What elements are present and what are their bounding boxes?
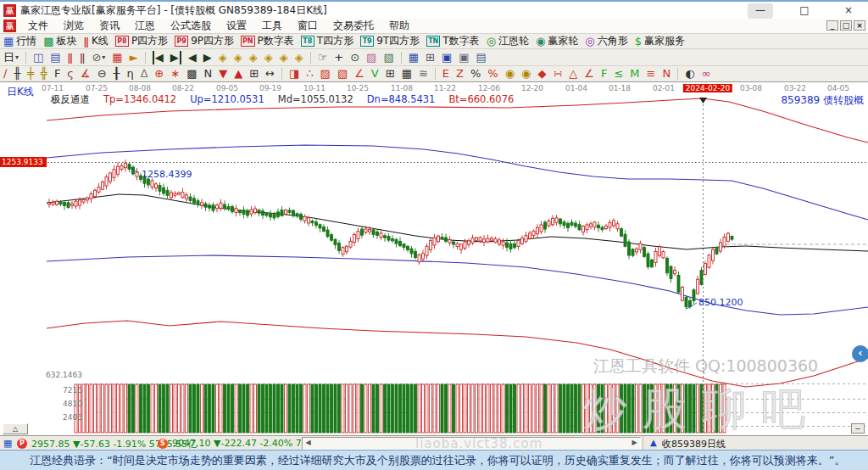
gann-diamond-4[interactable]: ◈ (261, 51, 276, 64)
last-bar-button[interactable]: ▶ (167, 51, 185, 64)
flag-icon[interactable]: ► (126, 51, 142, 64)
shade-tool[interactable]: ▨ (317, 67, 334, 81)
grid-cross-tool[interactable]: ⊞ (246, 67, 262, 81)
gann-wheel-button[interactable]: ◎江恩轮 (483, 34, 532, 48)
gann-diamond-1[interactable]: ◈ (215, 51, 231, 64)
menu-4[interactable]: 公式选股 (163, 19, 219, 33)
grid-box-tool[interactable]: ▩ (183, 67, 200, 81)
box-red-tool[interactable]: ◨ (286, 67, 303, 81)
angle-red-tool[interactable]: ∠ (581, 67, 598, 81)
red-grid-icon[interactable]: ▦ (108, 51, 125, 64)
menu-9[interactable]: 帮助 (381, 19, 417, 33)
minimize-button[interactable]: — (748, 3, 773, 19)
menu-8[interactable]: 交易委托 (326, 19, 381, 33)
le-green-tool[interactable]: ≤ (610, 67, 626, 81)
restore-button[interactable]: □ (792, 3, 817, 19)
trend-angle-tool[interactable]: ∠ (351, 67, 368, 81)
p-square-button[interactable]: P8P四方形 (112, 34, 171, 48)
top-mark-tool[interactable]: △ (565, 67, 581, 81)
menu-3[interactable]: 江恩 (127, 19, 163, 33)
first-bar-button[interactable]: ◀ (149, 51, 167, 64)
next-bar-button[interactable]: ▶ (200, 51, 215, 64)
tick-ruler-tool[interactable]: ╫ (10, 67, 24, 81)
calculator-icon[interactable]: ⊞ (422, 51, 438, 64)
child-restore-button[interactable]: □ (840, 20, 852, 31)
grid-t2-tool[interactable]: ▦ (398, 67, 415, 81)
stamp-tool[interactable]: ▧ (380, 51, 397, 64)
gann-diamond-6[interactable]: ◈ (292, 51, 307, 64)
t-square-button[interactable]: T8T四方形 (298, 34, 357, 48)
kline-style2-icon[interactable]: ǁ (76, 51, 88, 64)
calendar-icon[interactable]: ▦ (405, 51, 422, 64)
p9-square-button[interactable]: P99P四方形 (171, 34, 237, 48)
cycle-dropdown[interactable]: ⊘▾ (88, 51, 108, 64)
menu-0[interactable]: 文件 (20, 19, 56, 33)
hexagon-button[interactable]: ◎六角形 (581, 34, 631, 48)
grid-t-tool[interactable]: ⊞ (382, 67, 398, 81)
waves-tool[interactable]: ≋ (415, 67, 431, 81)
menu-1[interactable]: 浏览 (56, 19, 92, 33)
winner-wheel-button[interactable]: ◉赢家轮 (532, 34, 581, 48)
z-ratio-tool[interactable]: Z (453, 67, 467, 81)
crosshair-tool[interactable]: + (331, 51, 347, 64)
print-icon[interactable]: ▤ (473, 51, 490, 64)
scroll-left-button[interactable]: ◀ (303, 438, 313, 447)
f-green-tool[interactable]: F (598, 67, 610, 81)
menu-7[interactable]: 窗口 (290, 19, 326, 33)
gold-circle-tool[interactable]: ◉ (502, 67, 518, 81)
gann-grid2-tool[interactable]: ╬ (37, 67, 51, 81)
save-as-icon[interactable]: ▣ (455, 51, 472, 64)
period-day-dropdown[interactable]: 日▾ (0, 51, 22, 64)
winner-service-button[interactable]: $赢家服务 (632, 34, 688, 48)
zigzag-tool[interactable]: N (200, 67, 215, 81)
hand-tool[interactable]: ☞ (314, 51, 331, 64)
chart-panel-icon[interactable]: ◫ (30, 51, 47, 64)
gann-diamond-2[interactable]: ◈ (231, 51, 246, 64)
sectors-button[interactable]: ▩板块 (40, 34, 80, 48)
stamp-down-tool[interactable]: ▼ (215, 67, 231, 81)
expand-pane-button[interactable]: △ (3, 423, 28, 434)
fib-fan-tool[interactable]: F (51, 67, 64, 81)
protractor-tool[interactable]: ∡ (77, 67, 94, 81)
menu-6[interactable]: 工具 (254, 19, 290, 33)
kline-button[interactable]: ǁK线 (81, 34, 112, 48)
child-minimize-button[interactable]: _ (826, 20, 838, 31)
n-square-tool[interactable]: η (123, 67, 136, 81)
ellipse-tool[interactable]: ⊖ (94, 67, 110, 81)
angle-tool[interactable]: ∆ (137, 67, 152, 81)
p-number-button[interactable]: PNP数字表 (237, 34, 298, 48)
gann-grid-tool[interactable]: ╪ (24, 67, 37, 81)
t-number-button[interactable]: TNT数字表 (423, 34, 483, 48)
m-green-tool[interactable]: M (626, 67, 643, 81)
gann-diamond-5[interactable]: ◈ (276, 51, 292, 64)
percent-red-tool[interactable]: % (484, 67, 501, 81)
prev-bar-button[interactable]: ◀ (185, 51, 200, 64)
gold-circle2-tool[interactable]: ◉ (518, 67, 534, 81)
yinyang-icon[interactable]: ◐ (682, 67, 698, 81)
eraser-tool[interactable]: ▨ (363, 51, 380, 64)
chart-canvas[interactable]: 炒股聊吧江恩工具软件 QQ:1008003601258.4399850.1200 (0, 82, 868, 435)
stamp-up-tool[interactable]: ▲ (231, 67, 246, 81)
report-view-icon[interactable]: ▤ (47, 51, 64, 64)
spiral-tool[interactable]: ς (64, 67, 77, 81)
kline-style-icon[interactable]: ǁ (64, 51, 76, 64)
diamond-red-tool[interactable]: ◆ (534, 67, 549, 81)
child-close-button[interactable]: × (854, 20, 865, 31)
quotes-button[interactable]: ▦行情 (0, 34, 40, 48)
zoom-tool[interactable]: ⊙ (347, 51, 363, 64)
side-panel-toggle-button[interactable]: ‹ (852, 345, 868, 362)
shade2-tool[interactable]: ▧ (334, 67, 351, 81)
keyboard-icon[interactable]: ▦ (3, 438, 12, 449)
gann-diamond-3[interactable]: ◈ (246, 51, 261, 64)
t9-square-button[interactable]: T99T四方形 (357, 34, 423, 48)
menu-5[interactable]: 设置 (219, 19, 254, 33)
percent-tool[interactable]: % (467, 67, 484, 81)
save-icon[interactable]: ▣ (438, 51, 455, 64)
scroll-right-button[interactable]: ▶ (630, 438, 639, 447)
ruler-tool[interactable]: ╂ (110, 67, 124, 81)
target-tool[interactable]: ⊕ (151, 67, 167, 81)
n-red-tool[interactable]: N (659, 67, 674, 81)
ratio-tool[interactable]: ∺ (549, 67, 565, 81)
rays-tool[interactable]: ∴ (303, 67, 316, 81)
pen-tool[interactable]: ∕ (0, 67, 10, 81)
